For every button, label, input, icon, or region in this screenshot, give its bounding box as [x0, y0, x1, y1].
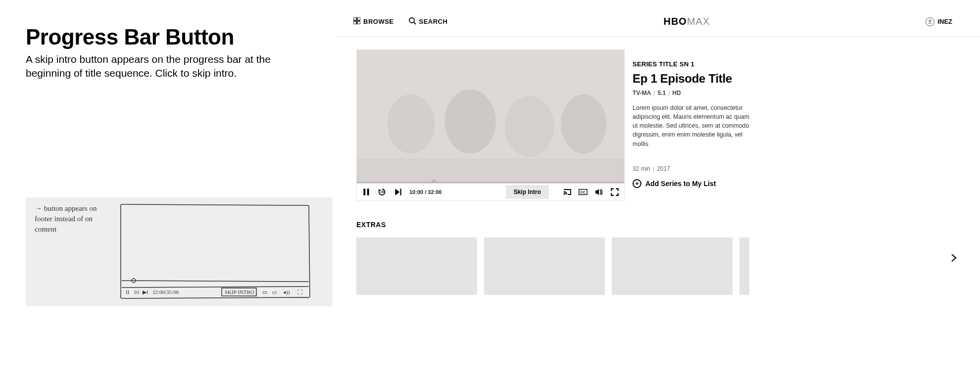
- svg-rect-14: [357, 21, 360, 24]
- audio-badge: 5.1: [657, 90, 666, 96]
- plus-circle-icon: +: [633, 179, 641, 188]
- svg-text:10: 10: [134, 289, 140, 295]
- add-to-list-button[interactable]: + Add Series to My List: [633, 179, 756, 188]
- nav-browse[interactable]: BROWSE: [353, 17, 394, 26]
- spec-left-column: Progress Bar Button A skip intro button …: [0, 0, 337, 386]
- spec-title: Progress Bar Button: [26, 25, 337, 49]
- avatar-icon: [926, 17, 934, 26]
- svg-text:CC: CC: [581, 190, 586, 194]
- nav-search[interactable]: SEARCH: [409, 17, 448, 26]
- rating-badge: TV-MA: [633, 90, 651, 96]
- episode-description: Lorem ipsum dolor sit amet, consectetur …: [633, 103, 756, 148]
- svg-text:SKIP INTRO: SKIP INTRO: [225, 289, 254, 295]
- runtime-info: 32 min|2017: [633, 165, 756, 172]
- nav-browse-label: BROWSE: [363, 18, 394, 25]
- svg-text:II: II: [126, 289, 130, 295]
- extras-carousel: [356, 238, 980, 295]
- svg-text:▭: ▭: [262, 289, 267, 295]
- extras-section: EXTRAS: [337, 201, 980, 295]
- fullscreen-icon[interactable]: [610, 188, 619, 196]
- pause-icon[interactable]: [362, 188, 371, 196]
- volume-icon[interactable]: [594, 188, 603, 196]
- svg-text:▶I: ▶I: [143, 289, 148, 295]
- extra-card[interactable]: [484, 238, 605, 295]
- svg-text:◂)): ◂)): [283, 289, 290, 295]
- progress-playhead[interactable]: [432, 180, 437, 183]
- sketch-wireframe: II 10 ▶I 32:00/35:06 SKIP INTRO ▭ cc ◂))…: [119, 202, 312, 301]
- svg-rect-25: [363, 189, 365, 195]
- spec-subtitle: A skip intro button appears on the progr…: [26, 52, 293, 81]
- svg-point-15: [409, 18, 414, 23]
- svg-rect-12: [357, 17, 360, 20]
- svg-text:32:00/35:06: 32:00/35:06: [152, 289, 179, 295]
- svg-rect-26: [367, 189, 369, 195]
- user-menu[interactable]: INEZ: [926, 17, 952, 26]
- svg-rect-13: [353, 21, 356, 24]
- svg-line-16: [414, 22, 416, 24]
- cc-icon[interactable]: CC: [579, 188, 588, 196]
- extra-card[interactable]: [356, 238, 477, 295]
- svg-point-28: [564, 194, 565, 195]
- player-controls: 10 10:00 / 32:00 Skip Intro CC: [356, 183, 625, 201]
- quality-badge: HD: [672, 90, 681, 96]
- grid-icon: [353, 17, 360, 26]
- time-display: 10:00 / 32:00: [409, 189, 441, 195]
- progress-track[interactable]: [357, 182, 624, 183]
- extra-card[interactable]: [739, 238, 749, 295]
- search-icon: [409, 17, 416, 26]
- svg-rect-27: [400, 189, 401, 195]
- nav-search-label: SEARCH: [419, 18, 448, 25]
- top-nav: BROWSE SEARCH HBOMAX INEZ: [337, 16, 980, 37]
- svg-rect-24: [357, 50, 624, 183]
- episode-title: Ep 1 Episode Title: [633, 72, 756, 86]
- cast-icon[interactable]: [563, 188, 572, 196]
- svg-point-17: [929, 20, 931, 22]
- user-name: INEZ: [937, 18, 952, 25]
- svg-text:cc: cc: [272, 289, 277, 295]
- carousel-next-button[interactable]: [947, 251, 960, 264]
- app-preview: BROWSE SEARCH HBOMAX INEZ: [337, 0, 980, 386]
- extras-title: EXTRAS: [356, 221, 980, 229]
- video-frame: [357, 50, 624, 183]
- sketch-panel: → button appears on footer instead of on…: [26, 197, 333, 306]
- svg-text:⛶: ⛶: [297, 289, 302, 295]
- video-player[interactable]: [356, 49, 625, 183]
- extra-card[interactable]: [612, 238, 733, 295]
- next-episode-icon[interactable]: [393, 188, 402, 196]
- brand-logo[interactable]: HBOMAX: [447, 16, 926, 27]
- rewind-10-icon[interactable]: 10: [378, 188, 387, 196]
- chevron-right-icon: [949, 253, 958, 262]
- content-badges: TV-MA|5.1|HD: [633, 90, 756, 96]
- skip-intro-button[interactable]: Skip Intro: [506, 185, 549, 199]
- sketch-annotation: → button appears on footer instead of on…: [35, 203, 109, 235]
- add-to-list-label: Add Series to My List: [645, 180, 716, 188]
- episode-meta: SERIES TITLE SN 1 Ep 1 Episode Title TV-…: [633, 49, 756, 201]
- series-label: SERIES TITLE SN 1: [633, 60, 756, 68]
- svg-rect-11: [353, 17, 356, 20]
